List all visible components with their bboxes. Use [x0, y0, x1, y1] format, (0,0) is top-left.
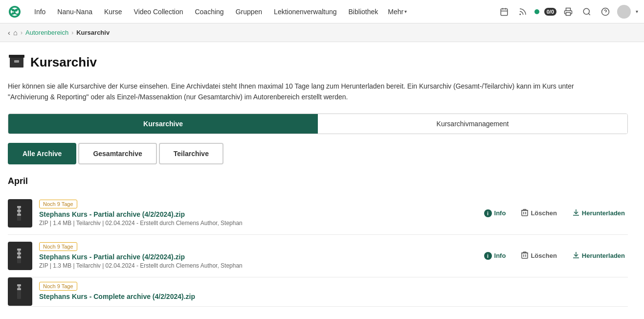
- svg-rect-45: [18, 286, 20, 288]
- svg-rect-31: [17, 252, 21, 254]
- nav-lektionenverwaltung[interactable]: Lektionenverwaltung: [269, 5, 341, 19]
- archive-info-2: Noch 9 Tage Stephans Kurs - Partial arch…: [39, 242, 474, 269]
- svg-rect-12: [9, 55, 24, 58]
- delete-button-2[interactable]: Löschen: [518, 250, 559, 262]
- trash-icon: [521, 209, 528, 218]
- svg-point-6: [520, 14, 521, 15]
- help-icon[interactable]: [599, 5, 612, 19]
- download-label-2: Herunterladen: [582, 252, 625, 259]
- nav-info[interactable]: Info: [29, 5, 50, 19]
- archive-meta: ZIP | 1.4 MB | Teilarchiv | 02.04.2024 -…: [39, 220, 474, 227]
- trash-icon-2: [521, 251, 528, 260]
- svg-rect-22: [522, 210, 528, 216]
- info-label-2: Info: [494, 252, 506, 259]
- tab-kursarchive[interactable]: Kursarchive: [8, 114, 318, 134]
- tab-kursarchivmanagement[interactable]: Kursarchivmanagement: [318, 114, 627, 134]
- svg-rect-35: [522, 253, 528, 258]
- info-button-2[interactable]: i Info: [481, 250, 509, 262]
- svg-line-9: [588, 13, 590, 15]
- breadcrumb-chevron-1: ›: [21, 29, 22, 36]
- home-icon[interactable]: ⌂: [13, 28, 18, 37]
- svg-rect-19: [17, 214, 21, 216]
- archive-zip-icon-3: [8, 277, 32, 306]
- chevron-down-icon: ▾: [404, 9, 407, 14]
- download-icon: [573, 209, 579, 217]
- navbar: Info Nanu-Nana Kurse Video Collection Co…: [0, 0, 644, 23]
- rss-icon[interactable]: [516, 5, 530, 19]
- info-label: Info: [494, 209, 506, 217]
- nav-coaching[interactable]: Coaching: [190, 5, 228, 19]
- archive-name-2[interactable]: Stephans Kurs - Partial archive (4/2/202…: [39, 253, 474, 261]
- page-description: Hier können sie alle Kursarchive der Kur…: [8, 81, 595, 103]
- calendar-icon[interactable]: [497, 5, 511, 19]
- logo[interactable]: [6, 3, 23, 21]
- page-title-icon: [8, 52, 25, 73]
- svg-rect-32: [17, 256, 21, 258]
- breadcrumb-current: Kursarchiv: [76, 29, 110, 36]
- download-label: Herunterladen: [582, 209, 625, 217]
- svg-point-8: [583, 8, 589, 14]
- archive-name-3[interactable]: Stephans Kurs - Complete archive (4/2/20…: [39, 293, 628, 300]
- svg-rect-17: [17, 206, 21, 208]
- nav-mehr[interactable]: Mehr ▾: [385, 6, 410, 18]
- archive-meta-2: ZIP | 1.3 MB | Teilarchiv | 02.04.2024 -…: [39, 262, 474, 269]
- download-icon-2: [573, 251, 579, 260]
- svg-rect-34: [18, 254, 20, 256]
- filter-gesamt[interactable]: Gesamtarchive: [78, 143, 156, 164]
- archive-zip-icon-2: [8, 242, 32, 270]
- svg-rect-30: [17, 249, 21, 251]
- nav-nanu-nana[interactable]: Nanu-Nana: [52, 5, 97, 19]
- filter-teil[interactable]: Teilarchive: [159, 143, 223, 164]
- printer-icon[interactable]: [561, 5, 575, 19]
- delete-label: Löschen: [531, 209, 556, 217]
- archive-badge: Noch 9 Tage: [39, 200, 77, 208]
- info-icon-2: i: [484, 252, 492, 260]
- breadcrumb-parent[interactable]: Autorenbereich: [25, 29, 68, 36]
- download-button[interactable]: Herunterladen: [570, 207, 628, 219]
- filter-alle[interactable]: Alle Archive: [8, 143, 76, 164]
- svg-rect-21: [18, 212, 20, 214]
- page-title: Kursarchiv: [30, 55, 97, 70]
- archive-info-3: Noch 9 Tage Stephans Kurs - Complete arc…: [39, 282, 628, 302]
- nav-video-collection[interactable]: Video Collection: [129, 5, 188, 19]
- info-button[interactable]: i Info: [481, 207, 509, 219]
- user-badge: 0/0: [544, 8, 556, 16]
- delete-label-2: Löschen: [531, 252, 556, 259]
- section-title: April: [8, 176, 628, 186]
- svg-rect-18: [17, 210, 21, 212]
- user-avatar[interactable]: [617, 5, 631, 19]
- svg-rect-2: [501, 9, 508, 16]
- archive-badge-3: Noch 9 Tage: [39, 282, 77, 291]
- svg-rect-20: [18, 208, 20, 210]
- page-content: Kursarchiv Hier können sie alle Kursarch…: [0, 42, 636, 317]
- breadcrumb-back[interactable]: ‹: [8, 28, 10, 37]
- tabs-bar: Kursarchive Kursarchivmanagement: [8, 114, 628, 134]
- section-april: April Noch 9 Tage Stephans Kurs - Partia…: [8, 176, 628, 307]
- user-chevron-icon[interactable]: ▾: [636, 9, 638, 14]
- breadcrumb: ‹ ⌂ › Autorenbereich › Kursarchiv: [0, 23, 644, 42]
- delete-button[interactable]: Löschen: [518, 207, 559, 220]
- svg-rect-33: [18, 251, 20, 252]
- breadcrumb-chevron-2: ›: [71, 29, 73, 36]
- status-dot: [534, 9, 539, 14]
- svg-rect-14: [14, 60, 19, 63]
- search-icon[interactable]: [580, 5, 594, 19]
- archive-item-3: Noch 9 Tage Stephans Kurs - Complete arc…: [8, 277, 628, 307]
- archive-actions-2: i Info Löschen: [481, 250, 628, 262]
- archive-item: Noch 9 Tage Stephans Kurs - Partial arch…: [8, 192, 628, 235]
- archive-zip-icon: [8, 199, 32, 228]
- nav-bibliothek[interactable]: Bibliothek: [344, 5, 383, 19]
- svg-rect-43: [17, 284, 21, 286]
- info-icon: i: [484, 209, 492, 217]
- archive-actions: i Info Löschen: [481, 207, 628, 220]
- nav-kurse[interactable]: Kurse: [99, 5, 127, 19]
- nav-right-icons: 0/0 ▾: [497, 5, 638, 19]
- archive-name[interactable]: Stephans Kurs - Partial archive (4/2/202…: [39, 210, 474, 218]
- nav-gruppen[interactable]: Gruppen: [231, 5, 267, 19]
- archive-item: Noch 9 Tage Stephans Kurs - Partial arch…: [8, 235, 628, 277]
- page-title-row: Kursarchiv: [8, 52, 628, 73]
- archive-badge-2: Noch 9 Tage: [39, 242, 77, 251]
- nav-mehr-label: Mehr: [388, 8, 403, 16]
- download-button-2[interactable]: Herunterladen: [570, 250, 628, 262]
- archive-info: Noch 9 Tage Stephans Kurs - Partial arch…: [39, 200, 474, 227]
